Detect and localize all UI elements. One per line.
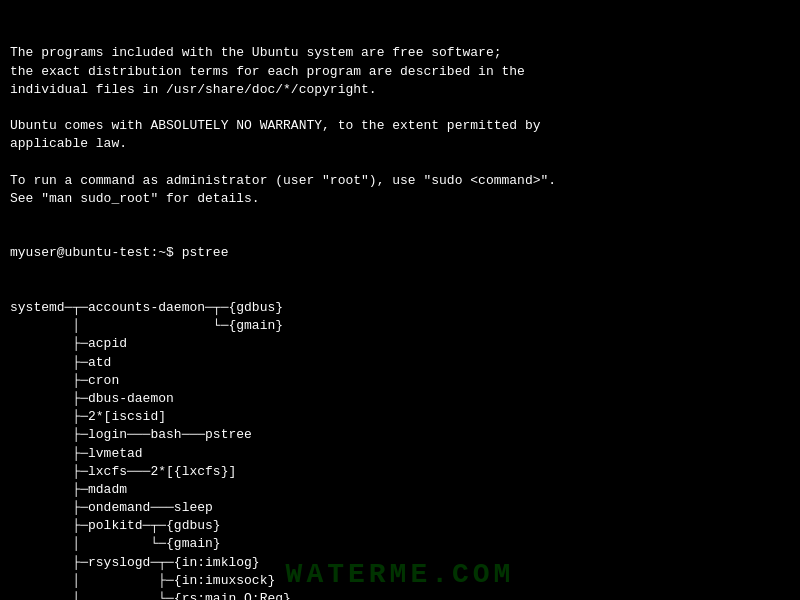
- pstree-output: systemd─┬─accounts-daemon─┬─{gdbus} │ └─…: [10, 299, 790, 600]
- terminal-window: The programs included with the Ubuntu sy…: [10, 8, 790, 600]
- command-prompt-1: myuser@ubuntu-test:~$ pstree: [10, 244, 790, 262]
- intro-text: The programs included with the Ubuntu sy…: [10, 44, 790, 208]
